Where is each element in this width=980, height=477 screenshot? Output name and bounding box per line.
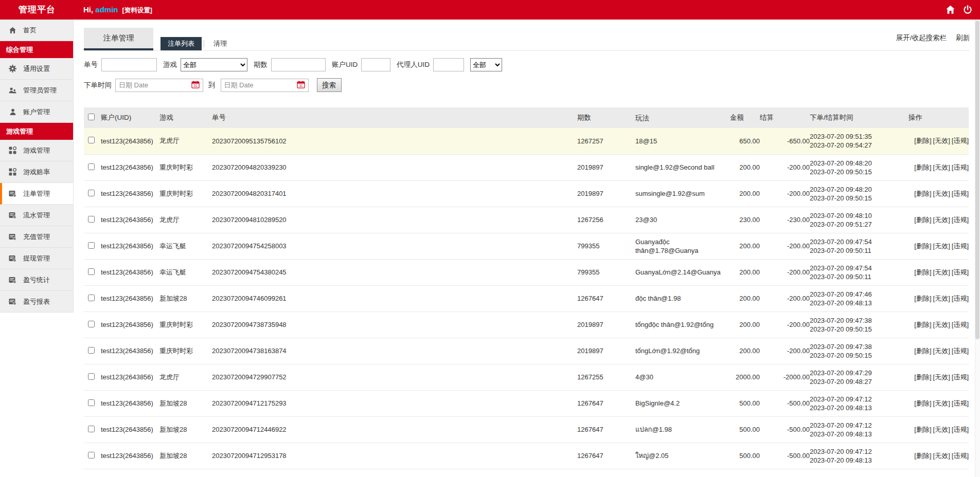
settle-time: 2023-07-20 09:50:15	[810, 351, 908, 360]
row-checkbox[interactable]	[88, 347, 95, 354]
sidebar-item-2[interactable]: 通用设置	[0, 58, 73, 80]
row-checkbox[interactable]	[88, 321, 95, 327]
sidebar-item-4[interactable]: 账户管理	[0, 101, 73, 123]
row-checkbox[interactable]	[88, 295, 95, 301]
refresh-link[interactable]: 刷新	[956, 33, 970, 43]
date-from-input[interactable]: 日期 Date 31	[115, 79, 203, 92]
action-invalid-link[interactable]: [无效]	[933, 216, 950, 224]
cell-account-uid: test123(2643856)	[101, 469, 159, 477]
order-no-input[interactable]	[101, 58, 157, 71]
row-checkbox[interactable]	[88, 137, 95, 143]
tab-cleanup[interactable]: 清理	[206, 37, 234, 50]
toggle-search-bar-link[interactable]: 展开/收起搜索栏	[896, 33, 947, 43]
action-delete-link[interactable]: [删除]	[914, 137, 931, 144]
action-violation-link[interactable]: [违规]	[952, 242, 969, 250]
action-violation-link[interactable]: [违规]	[952, 452, 969, 460]
profile-settings-link[interactable]: [资料设置]	[122, 7, 152, 14]
agent-uid-input[interactable]	[433, 58, 464, 71]
action-invalid-link[interactable]: [无效]	[933, 242, 950, 250]
action-invalid-link[interactable]: [无效]	[933, 295, 950, 302]
action-delete-link[interactable]: [删除]	[914, 268, 931, 276]
home-icon[interactable]	[945, 5, 955, 15]
action-violation-link[interactable]: [违规]	[952, 216, 969, 224]
search-button[interactable]: 搜索	[317, 78, 342, 92]
action-violation-link[interactable]: [违规]	[952, 295, 969, 302]
action-delete-link[interactable]: [删除]	[914, 373, 931, 381]
date-to-input[interactable]: 日期 Date 31	[221, 79, 309, 92]
action-invalid-link[interactable]: [无效]	[933, 373, 950, 381]
action-violation-link[interactable]: [违规]	[952, 426, 969, 433]
action-invalid-link[interactable]: [无效]	[933, 321, 950, 328]
row-checkbox[interactable]	[88, 242, 95, 249]
action-delete-link[interactable]: [删除]	[914, 163, 931, 171]
action-delete-link[interactable]: [删除]	[914, 190, 931, 197]
action-violation-link[interactable]: [违规]	[952, 190, 969, 197]
sidebar-item-11[interactable]: 提现管理	[0, 248, 73, 269]
action-delete-link[interactable]: [删除]	[914, 321, 931, 328]
cell-order-no: 20230720094810289520	[212, 207, 577, 233]
scrollbar-thumb[interactable]	[975, 21, 979, 339]
sidebar-item-3[interactable]: 管理员管理	[0, 80, 73, 101]
row-checkbox[interactable]	[88, 163, 95, 170]
action-delete-link[interactable]: [删除]	[914, 452, 931, 460]
row-checkbox[interactable]	[88, 190, 95, 196]
row-checkbox[interactable]	[88, 268, 95, 275]
action-invalid-link[interactable]: [无效]	[933, 137, 950, 144]
action-invalid-link[interactable]: [无效]	[933, 426, 950, 433]
action-delete-link[interactable]: [删除]	[914, 242, 931, 250]
sidebar-item-13[interactable]: 盈亏报表	[0, 291, 73, 313]
cell-time: 2023-07-20 09:47:03	[810, 469, 908, 477]
action-violation-link[interactable]: [违规]	[952, 399, 969, 407]
sidebar-item-7[interactable]: 游戏赔率	[0, 161, 73, 183]
cell-play: GuanyaLớn@2.14@Guanya	[635, 259, 730, 285]
sidebar-item-10[interactable]: 充值管理	[0, 226, 73, 248]
action-violation-link[interactable]: [违规]	[952, 163, 969, 171]
row-checkbox[interactable]	[88, 426, 95, 432]
row-checkbox[interactable]	[88, 399, 95, 406]
account-uid-input[interactable]	[361, 58, 390, 71]
calendar-icon[interactable]: 31	[191, 81, 200, 90]
settle-time: 2023-07-20 09:48:13	[810, 403, 908, 412]
sidebar-item-label: 提现管理	[23, 254, 50, 263]
action-invalid-link[interactable]: [无效]	[933, 268, 950, 276]
table-row: test123(2643856)新加坡282023072009471295317…	[84, 443, 969, 469]
action-violation-link[interactable]: [违规]	[952, 137, 969, 144]
cell-account-uid: test123(2643856)	[101, 259, 159, 285]
action-invalid-link[interactable]: [无效]	[933, 163, 950, 171]
sidebar-item-0[interactable]: 首页	[0, 20, 73, 41]
action-violation-link[interactable]: [违规]	[952, 268, 969, 276]
sidebar-item-9[interactable]: 流水管理	[0, 205, 73, 226]
sidebar-item-12[interactable]: 盈亏统计	[0, 269, 73, 291]
order-time: 2023-07-20 09:47:46	[810, 290, 908, 299]
action-invalid-link[interactable]: [无效]	[933, 347, 950, 355]
top-icons	[945, 0, 973, 20]
action-invalid-link[interactable]: [无效]	[933, 399, 950, 407]
row-checkbox[interactable]	[88, 452, 95, 458]
order-time: 2023-07-20 09:47:54	[810, 264, 908, 272]
select-all-checkbox[interactable]	[88, 114, 95, 120]
calendar-icon[interactable]: 31	[297, 81, 305, 90]
action-delete-link[interactable]: [删除]	[914, 295, 931, 302]
action-delete-link[interactable]: [删除]	[914, 426, 931, 433]
row-checkbox[interactable]	[88, 216, 95, 223]
action-violation-link[interactable]: [违规]	[952, 321, 969, 328]
page-scrollbar[interactable]	[975, 20, 980, 477]
period-input[interactable]	[271, 58, 326, 71]
action-delete-link[interactable]: [删除]	[914, 216, 931, 224]
cell-account-uid: test123(2643856)	[101, 128, 159, 154]
power-icon[interactable]	[963, 5, 973, 15]
action-invalid-link[interactable]: [无效]	[933, 190, 950, 197]
game-select[interactable]: 全部	[181, 58, 247, 71]
orders-table: 账户(UID)游戏单号期数玩法金额结算下单/结算时间操作 test123(264…	[84, 107, 969, 477]
tab-order-list[interactable]: 注单列表	[161, 37, 202, 50]
action-delete-link[interactable]: [删除]	[914, 347, 931, 355]
action-violation-link[interactable]: [违规]	[952, 347, 969, 355]
sidebar-item-6[interactable]: 游戏管理	[0, 140, 73, 161]
action-delete-link[interactable]: [删除]	[914, 399, 931, 407]
sidebar-item-8[interactable]: 注单管理	[0, 183, 73, 205]
action-invalid-link[interactable]: [无效]	[933, 452, 950, 460]
row-checkbox[interactable]	[88, 373, 95, 380]
action-violation-link[interactable]: [违规]	[952, 373, 969, 381]
sidebar-item-label: 流水管理	[23, 211, 50, 220]
status-select[interactable]: 全部	[470, 58, 502, 71]
